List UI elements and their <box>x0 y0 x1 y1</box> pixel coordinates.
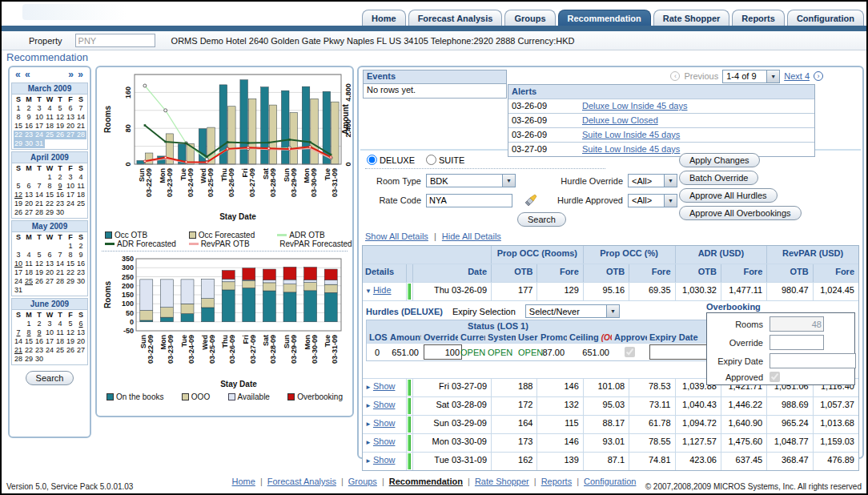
calendar-day[interactable]: 14 <box>34 191 45 199</box>
calendar-day[interactable]: 26 <box>34 277 45 286</box>
calendar-day[interactable]: 31 <box>14 286 24 295</box>
footer-link-configuration[interactable]: Configuration <box>584 477 636 486</box>
show-details-link[interactable]: Show <box>373 455 396 465</box>
calendar-day[interactable]: 13 <box>24 191 34 199</box>
show-details-link[interactable]: Show <box>373 381 396 391</box>
show-details-link[interactable]: Show <box>373 418 396 428</box>
calendar-day[interactable]: 8 <box>24 328 34 337</box>
calendar-day[interactable]: 10 <box>34 113 45 122</box>
calendar-day[interactable]: 26 <box>66 346 76 355</box>
sidebar-search-button[interactable]: Search <box>26 371 74 385</box>
calendar-day[interactable]: 5 <box>34 251 45 260</box>
calendar-day[interactable]: 4 <box>55 320 66 328</box>
calendar-day[interactable]: 24 <box>45 346 55 355</box>
show-all-details-link[interactable]: Show All Details <box>365 231 428 241</box>
tab-home[interactable]: Home <box>362 10 406 26</box>
calendar-day[interactable]: 10 <box>45 328 55 337</box>
footer-link-reports[interactable]: Reports <box>541 477 573 486</box>
calendar-day[interactable]: 9 <box>55 182 66 191</box>
calendar-day[interactable]: 24 <box>14 277 24 286</box>
calendar-day[interactable]: 16 <box>55 191 66 199</box>
calendar-day[interactable]: 9 <box>76 251 86 260</box>
calendar-day[interactable]: 2 <box>76 242 86 251</box>
calendar-day[interactable]: 21 <box>76 122 86 131</box>
calendar-day[interactable]: 21 <box>14 346 24 355</box>
overbooking-override-input[interactable] <box>770 335 824 350</box>
calendar-day[interactable]: 18 <box>76 191 86 199</box>
calendar-day[interactable]: 28 <box>55 277 66 286</box>
calendar-day[interactable]: 4 <box>76 173 86 182</box>
expiry-selection-select[interactable]: Select/Never▼ <box>525 304 620 318</box>
calendar-day[interactable]: 14 <box>14 337 24 346</box>
calendar-day[interactable]: 15 <box>24 337 34 346</box>
calendar-day[interactable]: 22 <box>45 199 55 208</box>
calendar-day[interactable]: 22 <box>14 131 24 139</box>
action-batch-override[interactable]: Batch Override <box>679 171 758 185</box>
calendar-day[interactable]: 16 <box>76 260 86 268</box>
calendar-day[interactable]: 20 <box>45 268 55 277</box>
calendar-day[interactable]: 25 <box>24 277 34 286</box>
calendar-day[interactable]: 4 <box>45 104 55 113</box>
calendar-day[interactable]: 2 <box>24 104 34 113</box>
calendar-day[interactable]: 16 <box>34 337 45 346</box>
calendar-day[interactable]: 7 <box>55 251 66 260</box>
calendar-day[interactable]: 12 <box>34 260 45 268</box>
tab-groups[interactable]: Groups <box>504 10 555 26</box>
calendar-day[interactable]: 13 <box>76 328 86 337</box>
calendar-day[interactable]: 1 <box>14 104 24 113</box>
calendar-day[interactable]: 19 <box>14 199 24 208</box>
calendar-day[interactable]: 5 <box>66 320 76 328</box>
tab-recommendation[interactable]: Recommendation <box>558 10 651 26</box>
calendar-day[interactable]: 7 <box>34 182 45 191</box>
calendar-day[interactable]: 26 <box>14 208 24 217</box>
calendar-day[interactable]: 19 <box>34 268 45 277</box>
calendar-day[interactable]: 16 <box>24 122 34 131</box>
calendar-day[interactable]: 12 <box>66 328 76 337</box>
hide-all-details-link[interactable]: Hide All Details <box>442 231 501 241</box>
calendar-day[interactable]: 22 <box>24 346 34 355</box>
calendar-day[interactable]: 17 <box>34 122 45 131</box>
footer-link-forecast-analysis[interactable]: Forecast Analysis <box>267 477 336 486</box>
calendar-day[interactable]: 10 <box>14 260 24 268</box>
calendar-day[interactable]: 15 <box>45 191 55 199</box>
calendar-day[interactable]: 29 <box>24 355 34 364</box>
action-approve-all-hurdles[interactable]: Approve All Hurdles <box>679 188 778 203</box>
suite-radio[interactable] <box>426 155 436 165</box>
calendar-day[interactable]: 23 <box>34 346 45 355</box>
calendar-day[interactable]: 21 <box>55 268 66 277</box>
calendar-day[interactable]: 1 <box>45 173 55 182</box>
overbooking-expiry-input[interactable] <box>770 353 856 368</box>
calendar-day[interactable]: 30 <box>55 208 66 217</box>
calendar-day[interactable]: 19 <box>55 122 66 131</box>
calendar-day[interactable]: 21 <box>34 199 45 208</box>
calendar-day[interactable]: 11 <box>55 328 66 337</box>
property-input[interactable] <box>75 34 155 47</box>
tab-reports[interactable]: Reports <box>732 10 785 26</box>
calendar-day[interactable]: 12 <box>55 113 66 122</box>
calendar-day[interactable]: 13 <box>66 113 76 122</box>
tab-rate-shopper[interactable]: Rate Shopper <box>653 10 730 26</box>
calendar-day[interactable]: 8 <box>45 182 55 191</box>
action-apply-changes[interactable]: Apply Changes <box>679 153 760 167</box>
footer-link-recommendation[interactable]: Recommendation <box>389 477 463 486</box>
search-button[interactable]: Search <box>517 212 566 227</box>
calendar-day[interactable]: 7 <box>76 104 86 113</box>
calendar-day[interactable]: 23 <box>76 268 86 277</box>
rate-code-input[interactable] <box>426 194 512 207</box>
show-details-link[interactable]: Show <box>373 437 396 446</box>
hurdle-override-input[interactable] <box>424 344 462 360</box>
calendar-day[interactable]: 29 <box>14 139 24 148</box>
calendar-day[interactable]: 5 <box>14 182 24 191</box>
footer-link-groups[interactable]: Groups <box>348 477 377 486</box>
calendar-day[interactable]: 9 <box>24 113 34 122</box>
calendar-day[interactable]: 9 <box>34 328 45 337</box>
calendar-day[interactable]: 18 <box>45 122 55 131</box>
calendar-day[interactable]: 30 <box>34 355 45 364</box>
calendar-day[interactable]: 18 <box>24 268 34 277</box>
calendar-day[interactable]: 3 <box>34 104 45 113</box>
action-approve-all-overbookings[interactable]: Approve All Overbookings <box>679 206 802 220</box>
calendar-day[interactable]: 25 <box>76 199 86 208</box>
calendar-day[interactable]: 30 <box>24 139 34 148</box>
calendar-day[interactable]: 24 <box>34 131 45 139</box>
calendar-day[interactable]: 15 <box>14 122 24 131</box>
